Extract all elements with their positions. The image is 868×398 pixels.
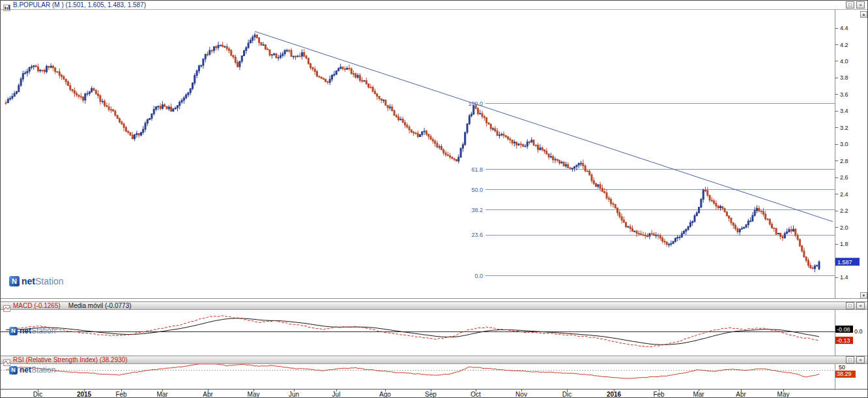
rsi-panel-restore-button[interactable]: □ xyxy=(846,356,854,363)
last-price-tag: 1.587 xyxy=(835,258,860,266)
svg-text:50: 50 xyxy=(839,364,845,371)
rsi-title: RSI (Relative Strength Index) (38.2930) xyxy=(13,356,128,363)
macd-panel-close-button[interactable]: × xyxy=(856,302,865,309)
main-chart-title: B.POPULAR (M ) (1.501, 1.605, 1.483, 1.5… xyxy=(13,1,146,8)
netstation-logo-text: netStation xyxy=(22,276,64,286)
indicator-icon xyxy=(3,303,10,309)
price-axis-scroll-up-button[interactable]: ▲ xyxy=(860,11,867,18)
netstation-logo-icon: N xyxy=(9,276,20,286)
time-axis-label: May xyxy=(777,391,790,398)
time-axis-label: Jul xyxy=(332,391,341,398)
candles-up xyxy=(7,33,820,272)
svg-text:38.29: 38.29 xyxy=(837,371,852,377)
time-axis-label: Abr xyxy=(736,391,746,398)
time-axis-label: Sep xyxy=(425,391,437,398)
netstation-window: B.POPULAR (M ) (1.501, 1.605, 1.483, 1.5… xyxy=(0,0,868,398)
netstation-watermark: N netStation xyxy=(9,365,55,375)
svg-text:61.8: 61.8 xyxy=(471,166,483,173)
macd-chart[interactable]: -0.080.0-0.13 xyxy=(1,310,868,356)
time-axis-label: Feb xyxy=(653,391,664,398)
time-axis-label: Ago xyxy=(379,391,391,398)
time-axis-label: Dic xyxy=(562,391,571,398)
trendline[interactable] xyxy=(255,31,833,222)
time-axis-label: Oct xyxy=(470,391,481,398)
chart-type-icon xyxy=(3,2,10,8)
netstation-watermark: N netStation xyxy=(9,276,64,286)
time-axis-label: Nov xyxy=(515,391,527,398)
svg-text:4.2: 4.2 xyxy=(840,42,848,48)
time-axis-label: May xyxy=(248,391,260,398)
main-price-chart[interactable]: 4.44.24.03.83.63.43.23.02.82.62.42.22.01… xyxy=(1,10,868,301)
macd-panel-restore-button[interactable]: □ xyxy=(846,302,854,309)
main-y-axis: 4.44.24.03.83.63.43.23.02.82.62.42.22.01… xyxy=(835,25,848,281)
svg-text:1.4: 1.4 xyxy=(840,274,848,281)
svg-text:3.6: 3.6 xyxy=(840,91,848,98)
svg-text:1.8: 1.8 xyxy=(840,241,848,247)
macd-panel-header[interactable]: MACD (-0.1265) Media móvil (-0.0773) □ × xyxy=(1,301,867,310)
netstation-logo-icon: N xyxy=(9,327,18,335)
svg-text:3.4: 3.4 xyxy=(840,108,848,114)
time-axis-label: Dic xyxy=(33,391,42,398)
svg-text:0.0: 0.0 xyxy=(854,328,863,335)
time-axis[interactable]: Dic2015FebMarAbrMayJunJulAgoSepOctNovDic… xyxy=(1,389,868,398)
time-axis-label: Mar xyxy=(156,391,167,398)
main-panel-restore-button[interactable]: □ xyxy=(846,1,854,8)
svg-text:3.2: 3.2 xyxy=(840,125,848,131)
time-axis-label: Abr xyxy=(203,391,213,398)
svg-text:2.8: 2.8 xyxy=(840,158,848,164)
main-axes xyxy=(1,10,868,299)
main-panel-close-button[interactable]: × xyxy=(856,1,865,8)
rsi-line xyxy=(6,364,819,378)
indicator-icon xyxy=(3,357,10,363)
svg-text:38.2: 38.2 xyxy=(471,207,483,213)
fib-retracement: 100.061.850.038.223.60.0 xyxy=(468,100,835,279)
time-axis-label: 2016 xyxy=(607,391,621,398)
svg-text:1.587: 1.587 xyxy=(837,259,852,266)
netstation-logo-text: netStation xyxy=(20,326,55,335)
time-axis-label: Feb xyxy=(115,391,126,398)
rsi-chart[interactable]: 5038.29 xyxy=(1,364,868,389)
macd-line xyxy=(6,316,819,347)
svg-text:4.0: 4.0 xyxy=(840,58,848,65)
main-chart-header[interactable]: B.POPULAR (M ) (1.501, 1.605, 1.483, 1.5… xyxy=(1,1,867,10)
time-axis-label: 2015 xyxy=(77,391,91,398)
svg-text:3.0: 3.0 xyxy=(840,141,848,147)
macd-signal-title: Media móvil (-0.0773) xyxy=(68,302,132,309)
svg-text:2.0: 2.0 xyxy=(840,224,848,231)
svg-text:23.6: 23.6 xyxy=(471,232,483,238)
netstation-watermark: N netStation xyxy=(9,326,55,335)
rsi-panel-header[interactable]: RSI (Relative Strength Index) (38.2930) … xyxy=(1,356,867,364)
svg-text:0.0: 0.0 xyxy=(474,273,483,279)
svg-text:4.4: 4.4 xyxy=(840,25,848,31)
candles-down xyxy=(5,35,813,269)
svg-text:50.0: 50.0 xyxy=(471,187,483,193)
svg-text:3.8: 3.8 xyxy=(840,74,848,81)
time-axis-label: Jun xyxy=(289,391,299,398)
svg-text:2.6: 2.6 xyxy=(840,174,848,181)
svg-text:-0.08: -0.08 xyxy=(837,326,850,333)
netstation-logo-text: netStation xyxy=(20,365,55,375)
svg-text:2.2: 2.2 xyxy=(840,207,848,214)
rsi-panel-close-button[interactable]: × xyxy=(856,356,865,363)
svg-text:2.4: 2.4 xyxy=(840,191,848,198)
svg-text:-0.13: -0.13 xyxy=(837,337,850,344)
macd-title: MACD (-0.1265) xyxy=(13,302,61,309)
time-axis-label: Mar xyxy=(693,391,704,398)
rsi-value-labels: 5038.29 xyxy=(835,364,856,378)
macd-value-labels: -0.080.0-0.13 xyxy=(835,326,863,344)
netstation-logo-icon: N xyxy=(9,366,18,375)
price-axis-scroll-down-button[interactable]: ▼ xyxy=(860,292,867,299)
